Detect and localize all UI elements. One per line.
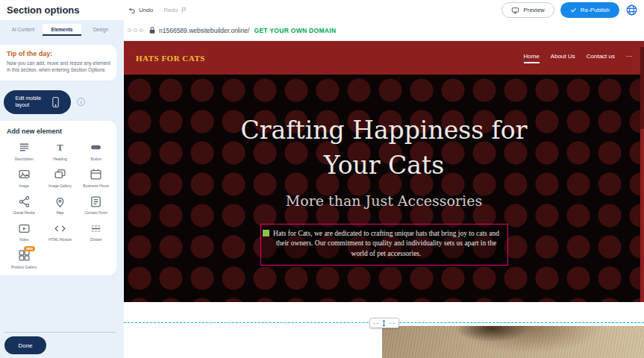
website-canvas: HATS FOR CATS Home About Us Contact us ⋯… [124, 41, 644, 358]
undo-icon [128, 7, 136, 14]
add-element-contact-form[interactable]: Contact Form [79, 195, 113, 215]
contact-form-icon [90, 195, 103, 208]
video-icon [17, 222, 31, 235]
sidebar-divider [4, 332, 116, 333]
divider-icon [90, 222, 103, 235]
section-resize-handle[interactable] [369, 318, 399, 328]
check-icon [570, 7, 577, 13]
redo-button[interactable]: Redo [163, 7, 187, 13]
window-controls [128, 28, 143, 32]
tab-ai-content[interactable]: AI Content [4, 24, 43, 36]
resize-dash [390, 323, 395, 324]
preview-button[interactable]: Preview [501, 2, 554, 18]
add-element-business-hours[interactable]: Business Hours [79, 168, 113, 188]
hero-section[interactable]: Crafting Happiness for Your Cats More th… [124, 75, 644, 302]
hero-title[interactable]: Crafting Happiness for Your Cats [228, 113, 541, 183]
scrollbar-thumb[interactable] [640, 47, 644, 129]
next-section[interactable] [124, 302, 644, 358]
site-nav: Home About Us Contact us ⋯ [524, 53, 633, 63]
add-element-button[interactable]: Button [79, 141, 113, 161]
info-icon[interactable]: i [77, 98, 85, 106]
add-element-html-module[interactable]: HTML Module [43, 222, 77, 242]
map-icon [53, 195, 66, 208]
site-url: n1566589.websitebuilder.online/ [159, 27, 249, 34]
browser-bar: n1566589.websitebuilder.online/ GET YOUR… [124, 20, 644, 41]
window-dot [128, 28, 131, 32]
tip-of-the-day-card: Tip of the day: Now you can add, move an… [0, 45, 116, 81]
button-icon [90, 141, 103, 154]
heading-icon: T [53, 141, 66, 154]
add-element-heading[interactable]: T Heading [43, 141, 77, 161]
edit-mobile-layout-button[interactable]: Edit mobile layout [4, 90, 71, 114]
section-options-sidebar: AI Content Elements Design Tip of the da… [0, 20, 124, 358]
site-logo[interactable]: HATS FOR CATS [136, 54, 205, 63]
cat-photo[interactable] [382, 326, 644, 358]
add-element-description[interactable]: Description [7, 141, 41, 161]
add-new-element-panel: Add new element Description T Heading Bu… [0, 121, 116, 275]
nav-more-menu[interactable]: ⋯ [626, 53, 632, 63]
add-element-video[interactable]: Video [7, 222, 41, 242]
flag-icon [181, 7, 187, 13]
business-hours-icon [90, 168, 103, 181]
window-dot [134, 28, 137, 32]
language-globe-icon[interactable] [625, 4, 638, 16]
site-scrollbar[interactable] [640, 41, 644, 302]
nav-home[interactable]: Home [524, 53, 540, 63]
hero-paragraph: Hats for Cats, we are dedicated to craft… [273, 229, 500, 260]
top-toolbar: Section options Undo Redo Preview Re-Pub… [0, 0, 644, 20]
resize-arrows-icon [381, 319, 387, 327]
resize-dash [373, 323, 378, 324]
hero-text-element-selected[interactable]: Hats for Cats, we are dedicated to craft… [260, 224, 508, 266]
panel-title: Add new element [7, 128, 113, 135]
image-gallery-icon [53, 168, 66, 181]
new-badge: NEW [24, 246, 35, 251]
add-element-image-gallery[interactable]: Image Gallery [43, 168, 77, 188]
page-title: Section options [7, 4, 80, 16]
element-drag-handle[interactable] [263, 230, 269, 236]
social-media-icon [17, 195, 31, 208]
sidebar-tabs: AI Content Elements Design [4, 24, 120, 36]
tab-design[interactable]: Design [81, 24, 120, 36]
get-your-own-domain-link[interactable]: GET YOUR OWN DOMAIN [254, 27, 336, 34]
window-dot [140, 28, 143, 32]
tip-body: Now you can add, move and resize any ele… [7, 60, 110, 74]
image-icon [17, 168, 31, 181]
site-preview-area: n1566589.websitebuilder.online/ GET YOUR… [124, 20, 644, 358]
lock-icon [149, 26, 156, 34]
html-module-icon [53, 222, 66, 235]
add-element-product-gallery[interactable]: NEW Product Gallery [7, 249, 41, 269]
add-element-divider[interactable]: Divider [79, 222, 113, 242]
site-header[interactable]: HATS FOR CATS Home About Us Contact us ⋯ [124, 41, 644, 75]
done-button[interactable]: Done [4, 336, 46, 354]
add-element-image[interactable]: Image [7, 168, 41, 188]
undo-button[interactable]: Undo [128, 7, 153, 14]
tip-title: Tip of the day: [7, 50, 110, 57]
republish-button[interactable]: Re-Publish [560, 2, 619, 18]
section-boundary [124, 318, 644, 328]
tab-elements[interactable]: Elements [43, 24, 81, 36]
add-element-map[interactable]: Map [43, 195, 77, 215]
phone-icon [51, 96, 60, 108]
nav-contact-us[interactable]: Contact us [587, 53, 615, 63]
description-icon [17, 141, 31, 154]
monitor-icon [511, 7, 519, 14]
add-element-social-media[interactable]: Social Media [7, 195, 41, 215]
svg-text:T: T [57, 142, 63, 153]
hero-subtitle[interactable]: More than Just Accessories [286, 192, 482, 209]
nav-about-us[interactable]: About Us [551, 53, 575, 63]
